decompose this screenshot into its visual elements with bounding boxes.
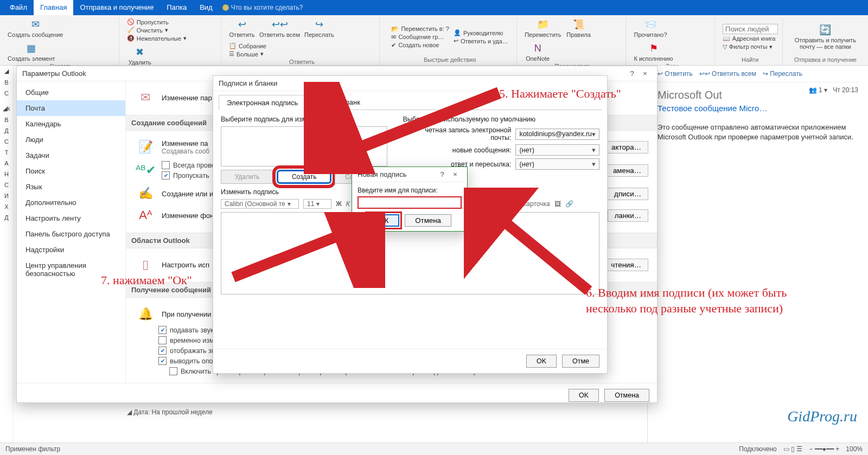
ribbon-group-sendrecv: 🔄Отправить и получить почту — все папки … (786, 17, 865, 65)
rules-button[interactable]: 📜Правила (566, 18, 592, 38)
cat-advanced[interactable]: Дополнительно (17, 195, 125, 210)
cleanup-button[interactable]: 🧹 Очистить ▾ (127, 27, 187, 34)
font-select[interactable]: Calibri (Основной те ▾ (221, 199, 299, 209)
meeting-button[interactable]: 📋 Собрание (229, 42, 266, 49)
status-bar: Применен фильтр Подключено ▭ ▯ ☰ − ━━●━━… (0, 443, 868, 455)
close-button[interactable]: × (639, 69, 652, 78)
address-book-button[interactable]: 📖 Адресная книга (723, 35, 778, 42)
tab-stationery[interactable]: Личный бланк (306, 94, 368, 110)
cat-people[interactable]: Люди (17, 132, 125, 148)
more-respond-button[interactable]: ☰ Больше ▾ (229, 50, 266, 57)
reply-sig-select[interactable]: (нет) (515, 158, 599, 170)
mail-icon: ✉ (28, 18, 43, 30)
msg-subject: Тестовое сообщение Micro… (658, 104, 858, 113)
delete-signature-button[interactable]: Удалить (221, 170, 273, 184)
italic-button[interactable]: К (346, 200, 350, 208)
size-select[interactable]: 11 ▾ (303, 199, 331, 209)
new-signature-dialog: Новая подпись ?× Введите имя для подписи… (352, 166, 468, 232)
cat-language[interactable]: Язык (17, 179, 125, 195)
zoom-slider[interactable]: − ━━●━━ + (809, 445, 839, 453)
quick-new-button[interactable]: ✔ Создать новое (391, 42, 449, 49)
filter-mail-button[interactable]: ▽ Фильтр почты ▾ (723, 43, 778, 50)
tab-send-receive[interactable]: Отправка и получение (73, 0, 160, 15)
options-ok-button[interactable]: OK (569, 389, 599, 402)
newname-help[interactable]: ? (436, 170, 449, 178)
read-button[interactable]: 📨Прочитано? (634, 18, 667, 38)
quick-team-button[interactable]: ✉ Сообщение гр… (391, 34, 449, 41)
signatures-list[interactable] (221, 126, 387, 166)
vcard-button[interactable]: 🪪 Визитная карточка (483, 200, 550, 208)
tab-home[interactable]: Главная (34, 0, 73, 15)
signatures-cancel-button[interactable]: Отме (562, 355, 599, 368)
cat-tasks[interactable]: Задачи (17, 148, 125, 163)
forward-button[interactable]: ↪Переслать (304, 18, 334, 38)
tell-me[interactable]: Что вы хотите сделать? (222, 4, 303, 11)
reply-all-icon: ↩↩ (272, 18, 288, 30)
tab-file[interactable]: Файл (3, 0, 34, 15)
people-search-input[interactable] (723, 24, 778, 34)
quick-mgr-button[interactable]: 👤 Руководителю (454, 29, 508, 36)
edit-icon: 📝 (135, 138, 156, 156)
tab-folder[interactable]: Папка (160, 0, 193, 15)
forward-link[interactable]: ↪ Переслать (763, 70, 802, 78)
reply-all-button[interactable]: ↩↩Ответить всем (259, 18, 300, 38)
folder-icon: 📁 (535, 18, 551, 30)
options-cancel-button[interactable]: Отмена (604, 389, 649, 402)
ignore-button[interactable]: 🚫 Пропустить (127, 18, 187, 25)
signature-name-input[interactable] (358, 196, 462, 209)
tab-email-signature[interactable]: Электронная подпись (219, 95, 306, 110)
new-signature-button[interactable]: Создать (277, 170, 331, 184)
new-item-button[interactable]: ▦Создать элемент (8, 42, 55, 62)
view-buttons[interactable]: ▭ ▯ ☰ (783, 445, 803, 453)
options-categories: Общие Почта Календарь Люди Задачи Поиск … (17, 81, 126, 383)
followup-button[interactable]: ⚑К исполнению (634, 42, 673, 62)
quick-move-button[interactable]: 📂 Переместить в: ? (391, 25, 449, 33)
cat-search[interactable]: Поиск (17, 163, 125, 179)
new-mail-button[interactable]: ✉Создать сообщение (8, 18, 63, 38)
move-button[interactable]: 📁Переместить (525, 18, 561, 38)
cat-ribbon[interactable]: Настроить ленту (17, 210, 125, 226)
new-msg-sig-select[interactable]: (нет) (515, 144, 599, 156)
newname-cancel-button[interactable]: Отмена (405, 214, 451, 227)
checkbox[interactable] (169, 367, 177, 375)
link-button[interactable]: 🔗 (565, 200, 573, 208)
newname-close[interactable]: × (449, 170, 462, 178)
image-button[interactable]: 🖼 (554, 200, 561, 208)
envelope-icon: ✉ (135, 89, 156, 106)
help-button[interactable]: ? (626, 69, 639, 78)
reply-all-link[interactable]: ↩↩ Ответить всем (699, 70, 756, 78)
signatures-button[interactable]: дписи… (607, 188, 648, 200)
bold-button[interactable]: Ж (336, 200, 342, 208)
checkbox[interactable]: ✔ (158, 347, 167, 355)
collapsed-nav: ◢ВС◢kВДСТАНСИХД (0, 66, 14, 444)
checkbox[interactable]: ✔ (158, 357, 167, 365)
stationery-button[interactable]: ланки… (608, 209, 648, 222)
flag-icon: ⚑ (646, 42, 661, 54)
quick-replydel-button[interactable]: ↩ Ответить и уда… (454, 37, 508, 44)
checkbox[interactable]: ✔ (158, 326, 167, 334)
tab-view[interactable]: Вид (193, 0, 219, 15)
send-receive-button[interactable]: 🔄Отправить и получить почту — все папки (790, 24, 860, 50)
editor-options-button[interactable]: актора… (604, 141, 648, 153)
checkbox[interactable] (158, 336, 167, 344)
checkbox[interactable] (162, 161, 170, 169)
reply-button[interactable]: ↩Ответить (229, 18, 255, 38)
reading-pane-button[interactable]: чтения… (604, 259, 648, 271)
cat-mail[interactable]: Почта (17, 100, 125, 116)
cat-trust[interactable]: Центр управления безопасностью (17, 258, 125, 281)
pane-icon: ▯ (135, 256, 156, 273)
reply-link[interactable]: ↩ Ответить (658, 70, 693, 78)
cat-general[interactable]: Общие (17, 85, 125, 100)
checkbox[interactable]: ✔ (162, 171, 170, 180)
signatures-ok-button[interactable]: OK (526, 355, 557, 368)
delete-button[interactable]: ✖Удалить (127, 46, 153, 66)
spellcheck-icon: ᴬᴮ✔ (135, 162, 156, 179)
account-select[interactable]: kotoldiniups@yandex.ru (515, 129, 599, 140)
autocorrect-button[interactable]: амена… (606, 164, 648, 177)
cat-qat[interactable]: Панель быстрого доступа (17, 226, 125, 242)
cat-addins[interactable]: Надстройки (17, 242, 125, 258)
newname-ok-button[interactable]: ОК (368, 214, 399, 227)
junk-button[interactable]: 🚯 Нежелательные ▾ (127, 35, 187, 42)
onenote-button[interactable]: NOneNote (525, 42, 551, 62)
cat-calendar[interactable]: Календарь (17, 116, 125, 132)
